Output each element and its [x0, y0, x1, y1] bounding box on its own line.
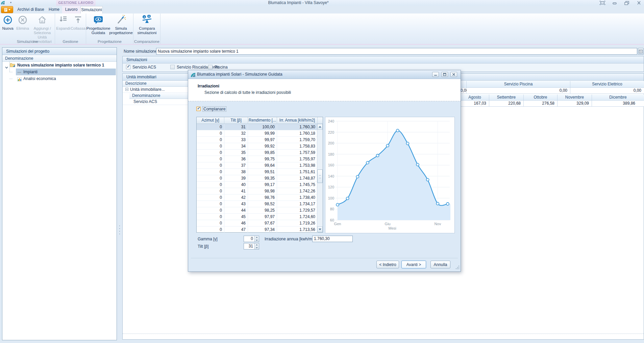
tab-simulazioni[interactable]: Simulazioni — [80, 6, 103, 14]
irradiation-table-row[interactable]: 04099,171.745,75 — [197, 182, 323, 188]
irradiation-table-row[interactable]: 04398,521.734,17 — [197, 201, 323, 207]
complanare-checkbox[interactable] — [196, 107, 201, 111]
tree-item-root[interactable]: Nuova simulazione impianto solare termic… — [2, 62, 117, 69]
irradiation-table-row[interactable]: 04498,251.729,57 — [197, 207, 323, 214]
spin-up-icon[interactable] — [255, 243, 259, 246]
col-azimut[interactable]: Azimut [γ] — [197, 117, 224, 124]
layout-button[interactable] — [638, 48, 644, 55]
panel-bottom-divider — [123, 334, 644, 334]
dialog-minimize-button[interactable] — [432, 72, 439, 77]
servizio-piscina-header[interactable]: Servizio Piscina — [467, 81, 570, 88]
tab-lavoro[interactable]: Lavoro — [62, 6, 80, 14]
irradiation-table-row[interactable]: 04298,761.738,40 — [197, 194, 323, 201]
close-button[interactable] — [636, 1, 642, 5]
spin-down-icon[interactable] — [255, 239, 259, 242]
month-header[interactable]: Agosto — [461, 95, 489, 101]
scroll-up-button[interactable] — [317, 124, 323, 130]
nuova-button[interactable]: Nuova — [1, 14, 15, 38]
irradiation-table-row[interactable]: 04797,341.713,56 — [197, 227, 323, 233]
y-tick-label: 120 — [328, 185, 334, 189]
nome-simulazione-input[interactable] — [156, 48, 637, 55]
simula-progettazione-button[interactable]: Simulaprogettazione — [110, 14, 132, 38]
dialog-close-button[interactable] — [450, 72, 457, 77]
cell-tilt: 40 — [224, 182, 248, 188]
x-tick-label: Giu — [385, 222, 391, 226]
irradiation-table: Azimut [γ] Tilt [β] Rendimento [... Irr.… — [196, 117, 323, 233]
irradiation-table-row[interactable]: 03799,641.753,98 — [197, 162, 323, 169]
month-value: 167,03 — [461, 101, 489, 107]
cell-rendimento: 97,34 — [248, 227, 277, 233]
irradiation-table-row[interactable]: 04697,671.719,26 — [197, 220, 323, 227]
ribbon-group-simulazione: Nuova Elimina Aggiungi / SelezionaUnità … — [0, 14, 55, 44]
cell-rendimento: 99,51 — [248, 169, 277, 175]
irradiazione-annua-value[interactable]: 1.760,30 — [312, 236, 353, 242]
servizio-acs-checkbox[interactable] — [126, 65, 130, 69]
cell-azimut: 0 — [197, 182, 224, 188]
application-window: ▾ Blumatica Impianti - Villa Savoye* GES… — [0, 0, 644, 343]
cell-irr: 1.738,40 — [277, 194, 318, 201]
month-header[interactable]: Novembre — [558, 95, 592, 101]
irradiation-table-row[interactable]: 04597,971.724,60 — [197, 214, 323, 220]
col-tilt[interactable]: Tilt [β] — [224, 117, 248, 124]
tree-column-header[interactable]: Denominazione — [2, 55, 117, 62]
ribbon: Nuova Elimina Aggiungi / SelezionaUnità … — [0, 14, 644, 45]
scroll-down-button[interactable] — [317, 227, 323, 232]
indietro-button[interactable]: < Indietro — [376, 261, 399, 268]
tab-home[interactable]: Home — [46, 6, 62, 14]
annulla-button[interactable]: Annulla — [430, 261, 450, 268]
month-header[interactable]: Ottobre — [524, 95, 558, 101]
servizio-riscaldamento-checkbox[interactable] — [170, 65, 175, 69]
tree-item-analisi-economica[interactable]: Analisi economica — [2, 75, 117, 82]
irradiation-table-row[interactable]: 03299,991.760,18 — [197, 130, 323, 137]
panel-splitter[interactable] — [117, 47, 122, 340]
irradiation-table-row[interactable]: 03599,851.757,59 — [197, 150, 323, 156]
resize-grip[interactable] — [456, 266, 460, 270]
irradiation-table-row[interactable]: 03999,351.748,87 — [197, 175, 323, 182]
scrollbar-thumb[interactable] — [317, 169, 323, 183]
nome-simulazione-label: Nome simulazione — [124, 49, 157, 54]
col-irr-annua[interactable]: Irr. Annua [kWh/m2] — [277, 117, 318, 124]
espandi-button[interactable]: Espandi — [56, 14, 71, 38]
tilt-spinner[interactable]: 31 — [244, 243, 259, 249]
gamma-spinner[interactable]: 0 — [244, 236, 259, 242]
collapse-minus-icon[interactable] — [125, 88, 128, 91]
irradiation-table-row[interactable]: 03899,511.751,61 — [197, 169, 323, 175]
ribbon-group-progettazione: ProgettazioneGuidata Simulaprogettazione… — [86, 14, 133, 44]
group-label-simulazione: Simulazione — [0, 39, 55, 44]
spin-up-icon[interactable] — [255, 236, 259, 239]
table-scrollbar[interactable] — [317, 124, 323, 232]
irradiation-table-row[interactable]: 03499,921.758,83 — [197, 143, 323, 150]
month-header[interactable]: Settembre — [489, 95, 524, 101]
tab-archivi-di-base[interactable]: Archivi di Base — [16, 6, 46, 14]
spin-down-icon[interactable] — [255, 246, 259, 249]
tree-item-impianti[interactable]: Impianti — [2, 69, 117, 75]
irradiation-table-row[interactable]: 031100,001.760,30 — [197, 124, 323, 130]
minimize-button[interactable] — [612, 1, 618, 5]
dialog-titlebar[interactable]: Blumatica impianti Solari - Simulazione … — [188, 70, 461, 79]
piscina-checkbox[interactable] — [208, 65, 213, 69]
cell-irr: 1.713,56 — [277, 227, 318, 233]
collapse-all-icon-button[interactable]: Collassa — [71, 14, 85, 38]
irradiation-table-row[interactable]: 04198,981.742,26 — [197, 188, 323, 194]
cell-tilt: 42 — [224, 194, 248, 201]
servizio-elettrico-header[interactable]: Servizio Elettrico — [570, 81, 644, 88]
compara-simulazioni-button[interactable]: AB Comparasimulazioni — [135, 14, 159, 38]
group-label-comparazione: Comparazione — [133, 39, 160, 44]
group-label-progettazione: Progettazione — [86, 39, 133, 44]
avanti-button[interactable]: Avanti > — [401, 261, 426, 268]
month-header[interactable]: Dicembre — [592, 95, 644, 101]
fullscreen-button[interactable] — [599, 1, 605, 5]
restore-button[interactable] — [624, 1, 630, 5]
irradiation-table-row[interactable]: 03699,751.755,97 — [197, 156, 323, 162]
elimina-button[interactable]: Elimina — [16, 14, 30, 38]
project-simulations-panel: Simulazioni del progetto Denominazione N… — [2, 47, 117, 340]
aggiungi-seleziona-button[interactable]: Aggiungi / SelezionaUnità Immobiliari — [30, 14, 55, 38]
progettazione-guidata-button[interactable]: ProgettazioneGuidata — [88, 14, 109, 38]
arrow-up-icon — [319, 126, 321, 128]
irradiation-table-row[interactable]: 03399,971.759,70 — [197, 137, 323, 143]
file-menu-button[interactable] — [1, 6, 13, 13]
cell-irr: 1.751,61 — [277, 169, 318, 175]
col-rendimento[interactable]: Rendimento [... — [248, 117, 277, 124]
dialog-maximize-button[interactable] — [441, 72, 448, 77]
servizio-acs-label: Servizio ACS — [132, 65, 156, 70]
